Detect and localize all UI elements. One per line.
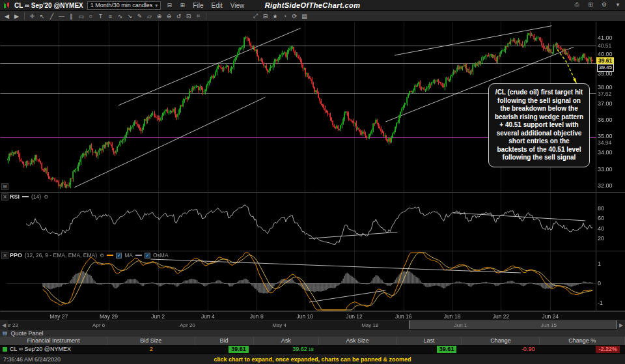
- eraser-icon[interactable]: ▱: [145, 12, 154, 21]
- quote-table-header: Financial InstrumentBid SizeBidAskAsk Si…: [0, 337, 625, 345]
- crosshair-icon[interactable]: ✛: [27, 12, 37, 21]
- quote-table-row[interactable]: CL ∞ Sep'20 @NYMEX239.6139.621839.61-0.9…: [0, 345, 625, 354]
- osma-checkbox[interactable]: ✓: [145, 253, 150, 259]
- symbol-label: CL ∞ Sep'20 @NYMEX: [14, 2, 83, 9]
- osma-swatch: [135, 255, 142, 256]
- panels-icon[interactable]: ⊟: [260, 12, 270, 21]
- print-icon[interactable]: ⎙: [572, 1, 581, 8]
- text-tool-icon[interactable]: T: [96, 12, 105, 21]
- toolbar-group-draw: ✛↖╱―∥▭○T≡∿↘✎▱⊕⊖↺⊡⌗: [27, 12, 203, 21]
- nav-left-arrow[interactable]: ◀: [0, 320, 8, 329]
- fibonacci-icon[interactable]: ≡: [105, 12, 115, 21]
- brush-icon[interactable]: ✎: [135, 12, 145, 21]
- quote-bid: 39.61: [195, 345, 254, 354]
- expand-icon[interactable]: ⤢: [251, 12, 260, 21]
- toolbar: ◀▶✛↖╱―∥▭○T≡∿↘✎▱⊕⊖↺⊡⌗⤢⊟★◔⟳▤: [0, 11, 625, 21]
- nav-right-arrow[interactable]: ▶: [617, 320, 625, 329]
- quote-last: 39.61: [397, 345, 462, 354]
- date-axis-label: Jun 24: [542, 313, 559, 320]
- quote-col-ask_size[interactable]: Ask Size: [319, 337, 397, 345]
- date-axis-label: Jun 10: [296, 313, 313, 320]
- menubar: CL ∞ Sep'20 @NYMEX 1 Month/30 min candle…: [0, 0, 625, 11]
- date-axis-label: Jun 16: [395, 313, 412, 320]
- horizontal-line-icon[interactable]: ―: [57, 12, 66, 21]
- navigator-date-label: Jun 1: [454, 322, 467, 328]
- navigator-date-label: Apr 20: [180, 322, 195, 328]
- favorite-icon[interactable]: ★: [270, 12, 280, 21]
- rsi-settings-icon[interactable]: ⚙: [44, 194, 48, 200]
- menu-view[interactable]: View: [229, 2, 247, 9]
- nav-window[interactable]: [409, 320, 617, 329]
- quote-panel-title: Quote Panel: [11, 330, 44, 337]
- arrow-tool-icon[interactable]: ↘: [125, 12, 135, 21]
- quote-col-bid_size[interactable]: Bid Size: [107, 337, 195, 345]
- quote-col-ask[interactable]: Ask: [254, 337, 319, 345]
- ppo-label: PPO: [10, 252, 22, 259]
- quote-panel-titlebar[interactable]: ▤ Quote Panel: [0, 329, 625, 337]
- main-panel-tool-icon[interactable]: ⊞: [1, 183, 8, 190]
- chart-region: 41.0040.5140.0039.6139.4539.0038.0037.62…: [0, 21, 625, 311]
- timeframe-dropdown[interactable]: 1 Month/30 min candles ▾: [87, 1, 161, 10]
- x-axis: May 27May 29Jun 2Jun 4Jun 8Jun 10Jun 12J…: [0, 311, 625, 320]
- grid-view-icon[interactable]: ⊞: [178, 2, 187, 8]
- trendline-icon[interactable]: ╱: [47, 12, 57, 21]
- date-axis-label: Jun 18: [444, 313, 461, 320]
- zoom-out-icon[interactable]: ⊖: [164, 12, 174, 21]
- grid-toggle-icon[interactable]: ⌗: [193, 12, 203, 21]
- ppo-settings-icon[interactable]: ⚙: [100, 253, 104, 259]
- date-axis-label: May 27: [49, 313, 68, 320]
- ma-checkbox[interactable]: ✓: [116, 253, 122, 259]
- rsi-close-icon[interactable]: ✕: [1, 193, 8, 201]
- quote-col-bid[interactable]: Bid: [195, 337, 254, 345]
- rectangle-icon[interactable]: ▭: [76, 12, 86, 21]
- hint-text: click chart to expand, once expanded, ch…: [214, 356, 411, 363]
- panel-menu-icon[interactable]: ▤: [3, 330, 8, 336]
- quote-col-instrument[interactable]: Financial Instrument: [0, 337, 107, 345]
- date-axis-label: Jun 2: [151, 313, 165, 320]
- toolbar-separator: [206, 12, 206, 20]
- trading-app-window: CL ∞ Sep'20 @NYMEX 1 Month/30 min candle…: [0, 0, 625, 364]
- chevron-down-icon: ▾: [155, 3, 158, 8]
- menubar-right-icons: ⎙⊞⚙▾: [572, 1, 622, 8]
- ppo-header: PPO (12, 26, 9 - EMA, EMA, EMA) ⚙ ✓ MA ✓…: [10, 252, 169, 259]
- quote-ask: 39.6218: [254, 345, 319, 354]
- collapse-icon[interactable]: ▾: [613, 1, 622, 8]
- navigator-date-label: Jun 15: [541, 322, 557, 328]
- timeframe-value: 1 Month/30 min candles: [90, 2, 153, 8]
- ellipse-icon[interactable]: ○: [86, 12, 96, 21]
- channel-icon[interactable]: ∥: [66, 12, 76, 21]
- instrument-color-square: [3, 347, 7, 352]
- wave-icon[interactable]: ∿: [115, 12, 125, 21]
- date-axis-label: Jun 12: [346, 313, 363, 320]
- refresh-icon[interactable]: ⟳: [290, 12, 299, 21]
- pointer-icon[interactable]: ↖: [37, 12, 47, 21]
- undo-icon[interactable]: ↺: [174, 12, 184, 21]
- ppo-close-icon[interactable]: ✕: [1, 252, 8, 259]
- date-axis-label: Jun 8: [250, 313, 264, 320]
- toolbar-group-nav: ◀▶: [2, 12, 21, 21]
- navigator-date-label: Apr 6: [92, 322, 105, 328]
- save-layout-icon[interactable]: ▤: [299, 12, 309, 21]
- toolbar-separator: [24, 12, 25, 20]
- layout-grid-icon[interactable]: ⊞: [586, 1, 595, 8]
- date-axis-label: May 29: [100, 313, 118, 320]
- alerts-icon[interactable]: ◔: [280, 12, 290, 21]
- quote-col-last[interactable]: Last: [397, 337, 462, 345]
- rsi-header: RSI (14) ⚙: [10, 193, 48, 200]
- quote-change: -0.90: [462, 345, 540, 354]
- menu-file[interactable]: File: [191, 2, 205, 9]
- snapshot-icon[interactable]: ⊡: [184, 12, 193, 21]
- quote-ask-size: [319, 345, 397, 354]
- forward-icon[interactable]: ▶: [12, 12, 21, 21]
- settings-icon[interactable]: ⚙: [600, 1, 609, 8]
- quote-col-change[interactable]: Change: [462, 337, 540, 345]
- back-icon[interactable]: ◀: [2, 12, 12, 21]
- clock-timestamp: 7:36:46 AM 6/24/2020: [3, 356, 61, 363]
- quote-col-change_pct[interactable]: Change %: [540, 337, 625, 345]
- annotation-callout[interactable]: /CL (crude oil) first target hit followi…: [488, 83, 590, 167]
- date-axis-label: Jun 4: [201, 313, 215, 320]
- split-view-icon[interactable]: ⊟: [165, 2, 174, 8]
- quote-instrument: CL ∞ Sep'20 @NYMEX: [0, 345, 107, 354]
- menu-edit[interactable]: Edit: [209, 2, 224, 9]
- zoom-in-icon[interactable]: ⊕: [154, 12, 164, 21]
